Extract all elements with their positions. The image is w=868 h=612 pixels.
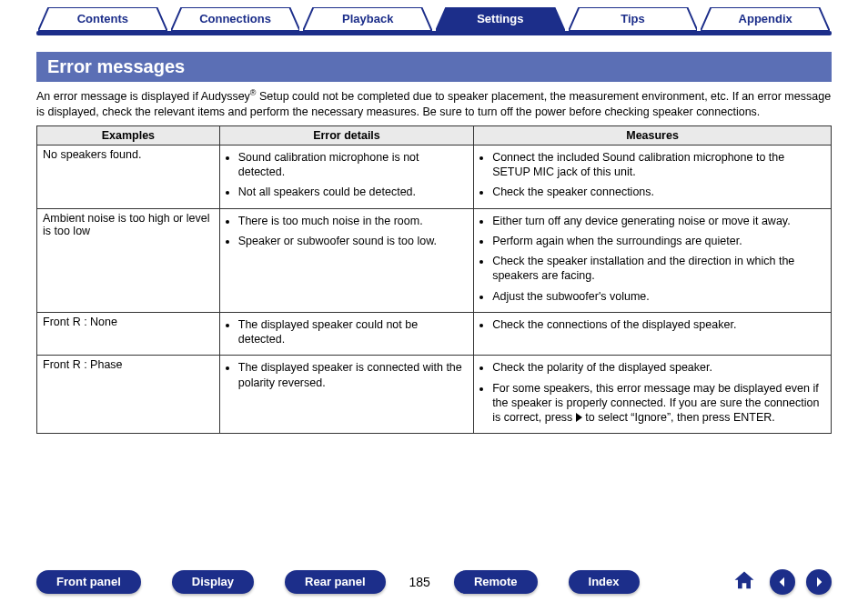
nav-underline [36, 31, 832, 35]
measures-cell: Either turn off any device generating no… [474, 208, 832, 312]
list-item: There is too much noise in the room. [238, 214, 468, 228]
measures-cell: Check the polarity of the displayed spea… [474, 356, 832, 434]
bottom-right-buttons: RemoteIndex [454, 570, 671, 594]
tab-contents[interactable]: Contents [38, 7, 167, 31]
tab-label: Appendix [739, 12, 792, 25]
col-header: Measures [474, 125, 832, 145]
tab-label: Playback [342, 12, 393, 25]
measures-cell: Connect the included Sound calibration m… [474, 145, 832, 208]
tab-label: Tips [621, 12, 645, 25]
nav-icons [732, 568, 832, 596]
cursor-right-icon [576, 413, 582, 422]
list-item: For some speakers, this error message ma… [492, 381, 825, 426]
tab-tips[interactable]: Tips [569, 7, 698, 31]
table-row: Ambient noise is too high or level is to… [37, 208, 832, 312]
tab-connections[interactable]: Connections [171, 7, 300, 31]
example-cell: No speakers found. [37, 145, 220, 208]
list-item: Check the connections of the displayed s… [492, 317, 825, 332]
measures-cell: Check the connections of the displayed s… [474, 312, 832, 356]
example-cell: Front R : Phase [37, 356, 220, 434]
list-item: Perform again when the surroundings are … [492, 234, 825, 248]
col-header: Error details [219, 125, 473, 145]
details-cell: There is too much noise in the room.Spea… [219, 208, 473, 312]
list-item: The displayed speaker is connected with … [238, 360, 468, 390]
tab-label: Settings [477, 12, 523, 25]
section-title: Error messages [36, 52, 832, 82]
tab-appendix[interactable]: Appendix [701, 7, 830, 31]
example-cell: Front R : None [37, 312, 220, 356]
tab-label: Connections [199, 12, 271, 25]
col-header: Examples [37, 125, 220, 145]
front-panel-button[interactable]: Front panel [36, 570, 141, 594]
table-row: Front R : PhaseThe displayed speaker is … [37, 356, 832, 434]
list-item: Speaker or subwoofer sound is too low. [238, 234, 468, 248]
table-row: No speakers found.Sound calibration micr… [37, 145, 832, 208]
table-header-row: ExamplesError detailsMeasures [37, 125, 832, 145]
details-cell: The displayed speaker could not be detec… [219, 312, 473, 356]
list-item: Adjust the subwoofer's volume. [492, 289, 825, 304]
remote-button[interactable]: Remote [454, 570, 538, 594]
list-item: Sound calibration microphone is not dete… [238, 150, 468, 180]
tab-playback[interactable]: Playback [303, 7, 432, 31]
display-button[interactable]: Display [172, 570, 254, 594]
list-item: Either turn off any device generating no… [492, 214, 825, 228]
list-item: Check the polarity of the displayed spea… [492, 360, 825, 375]
table-row: Front R : NoneThe displayed speaker coul… [37, 312, 832, 356]
list-item: The displayed speaker could not be detec… [238, 317, 468, 347]
list-item: Check the speaker connections. [492, 185, 825, 199]
example-cell: Ambient noise is too high or level is to… [37, 208, 220, 312]
prev-page-icon[interactable] [770, 569, 795, 595]
bottom-left-buttons: Front panelDisplayRear panel [36, 570, 417, 594]
list-item: Check the speaker installation and the d… [492, 254, 825, 284]
intro-text: An error message is displayed if Audysse… [36, 87, 832, 120]
tab-label: Contents [77, 12, 128, 25]
nav-tabs: ContentsConnectionsPlaybackSettingsTipsA… [0, 0, 868, 31]
bottom-bar: Front panelDisplayRear panel 185 RemoteI… [0, 568, 868, 596]
next-page-icon[interactable] [806, 569, 832, 595]
tab-settings[interactable]: Settings [436, 7, 565, 31]
list-item: Connect the included Sound calibration m… [492, 150, 825, 180]
details-cell: The displayed speaker is connected with … [219, 356, 473, 434]
error-table: ExamplesError detailsMeasures No speaker… [36, 125, 832, 435]
page-number: 185 [409, 575, 430, 589]
index-button[interactable]: Index [569, 570, 640, 594]
home-icon[interactable] [732, 568, 759, 596]
details-cell: Sound calibration microphone is not dete… [219, 145, 473, 208]
list-item: Not all speakers could be detected. [238, 185, 468, 199]
rear-panel-button[interactable]: Rear panel [285, 570, 385, 594]
